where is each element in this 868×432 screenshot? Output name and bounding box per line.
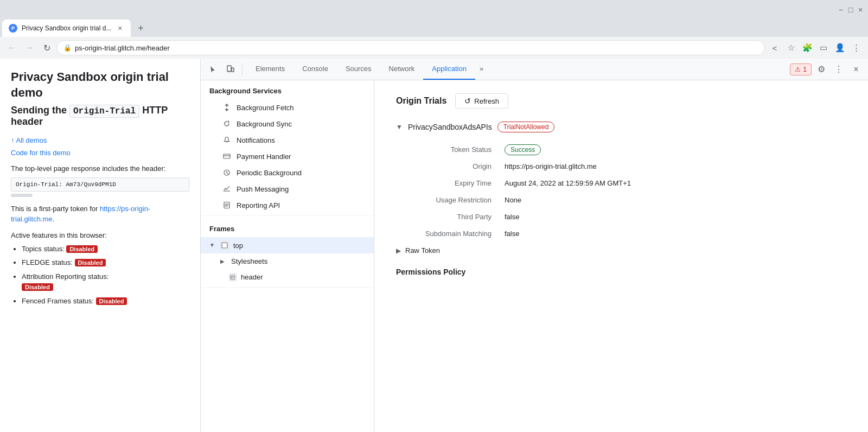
refresh-icon: ↺	[464, 97, 471, 105]
usage-row: Usage Restriction None	[396, 192, 846, 208]
browser-chrome: − □ × P Privacy Sandbox origin trial d..…	[0, 0, 868, 432]
forward-button[interactable]: →	[22, 40, 37, 55]
desc2-pre: This is a first-party token for	[11, 205, 100, 213]
page-content: Privacy Sandbox origin trial demo Sendin…	[0, 59, 201, 432]
back-button[interactable]: ←	[4, 40, 20, 55]
tab-network[interactable]: Network	[380, 59, 424, 80]
title-bar: − □ ×	[0, 0, 868, 17]
list-item: Attribution Reporting status: Disabled	[22, 271, 189, 293]
feature-label: Fenced Frames status:	[22, 297, 96, 305]
profile-button[interactable]: 👤	[832, 40, 847, 55]
share-button[interactable]: <	[767, 40, 782, 55]
tab-favicon: P	[9, 24, 17, 33]
menu-button[interactable]: ⋮	[848, 40, 864, 55]
subdomain-label: Subdomain Matching	[396, 230, 505, 238]
sidebar-item-payment-handler[interactable]: Payment Handler	[201, 148, 374, 164]
token-status-value: Success	[505, 145, 846, 154]
warning-icon: ⚠	[795, 66, 801, 73]
expiry-row: Expiry Time August 24, 2022 at 12:59:59 …	[396, 175, 846, 192]
frame-stylesheets[interactable]: ▶ Stylesheets	[201, 253, 374, 269]
bookmark-button[interactable]: ☆	[783, 40, 799, 55]
refresh-label: Refresh	[474, 97, 499, 105]
svg-point-2	[229, 70, 230, 71]
feature-status: Disabled	[66, 245, 98, 253]
panel-header: Origin Trials ↺ Refresh	[396, 93, 846, 109]
sidebar-item-push-messaging[interactable]: Push Messaging	[201, 181, 374, 197]
list-item: FLEDGE status: Disabled	[22, 257, 189, 268]
frame-header[interactable]: header	[201, 269, 374, 285]
background-services-title: Background Services	[201, 80, 374, 99]
sidebar-item-label: Background Fetch	[237, 104, 294, 112]
expiry-value: August 24, 2022 at 12:59:59 AM GMT+1	[505, 179, 846, 187]
svg-rect-6	[222, 243, 227, 248]
all-demos-link[interactable]: ↑ All demos	[11, 136, 47, 144]
usage-value: None	[505, 196, 846, 204]
payment-handler-icon	[222, 152, 231, 161]
active-tab[interactable]: P Privacy Sandbox origin trial d... ×	[2, 20, 131, 37]
extension-button[interactable]: 🧩	[800, 40, 815, 55]
sidebar-item-background-fetch[interactable]: Background Fetch	[201, 99, 374, 116]
reporting-api-icon	[222, 201, 231, 209]
frame-top[interactable]: ▼ top	[201, 237, 374, 253]
tab-sources[interactable]: Sources	[337, 59, 380, 80]
sidebar-item-label: Periodic Background	[237, 169, 302, 177]
tab-close-button[interactable]: ×	[116, 24, 124, 33]
trial-chevron-icon[interactable]: ▼	[396, 123, 403, 131]
warning-badge[interactable]: ⚠ 1	[790, 63, 812, 75]
new-tab-button[interactable]: +	[133, 21, 148, 36]
push-messaging-icon	[222, 185, 231, 193]
expiry-label: Expiry Time	[396, 179, 505, 187]
close-devtools-button[interactable]: ×	[848, 62, 864, 77]
sidebar-item-label: Background Sync	[237, 120, 292, 128]
trial-header: ▼ PrivacySandboxAdsAPIs TrialNotAllowed	[396, 122, 846, 132]
url-bar[interactable]: 🔒 ps-origin-trial.glitch.me/header	[56, 40, 765, 55]
list-item: Topics status: Disabled	[22, 244, 189, 255]
sidebar-item-label: Reporting API	[237, 201, 280, 209]
code-link[interactable]: Code for this demo	[11, 149, 71, 157]
subtitle-code: Origin-Trial	[69, 105, 139, 118]
sidebar-toggle-button[interactable]: ▭	[816, 40, 831, 55]
tab-application[interactable]: Application	[423, 59, 475, 80]
sidebar-item-notifications[interactable]: Notifications	[201, 132, 374, 148]
svg-rect-7	[231, 275, 235, 279]
token-status-label: Token Status	[396, 145, 505, 154]
devtools-body: Background Services Background Fetch Ba	[201, 80, 868, 432]
list-item: Fenced Frames status: Disabled	[22, 296, 189, 307]
devtools-toolbar-right: ⚠ 1 ⚙ ⋮ ×	[790, 62, 864, 77]
third-party-value: false	[505, 213, 846, 221]
tab-more[interactable]: »	[475, 59, 488, 80]
tab-bar: P Privacy Sandbox origin trial d... × +	[0, 17, 868, 37]
device-emulation-button[interactable]	[222, 62, 238, 77]
origin-label: Origin	[396, 162, 505, 170]
raw-token-row[interactable]: ▶ Raw Token	[396, 242, 846, 259]
maximize-button[interactable]: □	[847, 5, 854, 12]
tab-title: Privacy Sandbox origin trial d...	[22, 24, 111, 32]
frame-header-icon	[229, 274, 237, 281]
tab-elements[interactable]: Elements	[247, 59, 293, 80]
address-bar: ← → ↻ 🔒 ps-origin-trial.glitch.me/header…	[0, 37, 868, 59]
more-options-button[interactable]: ⋮	[831, 62, 846, 77]
third-party-label: Third Party	[396, 213, 505, 221]
sidebar-item-label: Push Messaging	[237, 185, 289, 193]
feature-status: Disabled	[96, 297, 127, 305]
settings-button[interactable]: ⚙	[814, 62, 829, 77]
sidebar-item-background-sync[interactable]: Background Sync	[201, 116, 374, 132]
permissions-policy-title: Permissions Policy	[396, 268, 846, 276]
third-party-row: Third Party false	[396, 208, 846, 225]
minimize-button[interactable]: −	[838, 5, 844, 12]
desc2-post: .	[53, 215, 55, 223]
close-button[interactable]: ×	[857, 5, 864, 12]
origin-row: Origin https://ps-origin-trial.glitch.me	[396, 158, 846, 175]
tab-console[interactable]: Console	[293, 59, 337, 80]
sidebar-item-periodic-background[interactable]: Periodic Background	[201, 164, 374, 181]
refresh-button[interactable]: ↺ Refresh	[455, 93, 508, 109]
refresh-button[interactable]: ↻	[39, 40, 54, 55]
token-status-badge: Success	[505, 144, 541, 155]
sidebar-item-reporting-api[interactable]: Reporting API	[201, 197, 374, 213]
sidebar-item-label: Notifications	[237, 136, 275, 144]
panel-title: Origin Trials	[396, 96, 446, 106]
frame-top-icon	[220, 241, 229, 250]
feature-status: Disabled	[75, 259, 106, 266]
cursor-tool-button[interactable]	[205, 62, 220, 77]
usage-label: Usage Restriction	[396, 196, 505, 204]
